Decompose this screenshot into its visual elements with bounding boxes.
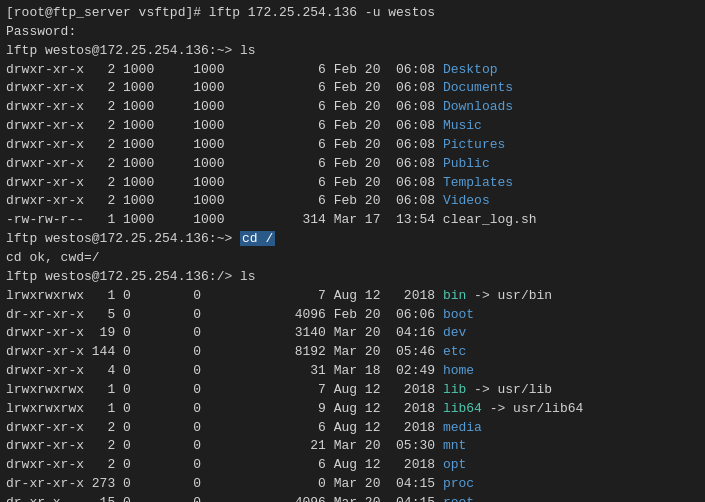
dir-desktop: drwxr-xr-x 2 1000 1000 6 Feb 20 06:08 De… — [6, 61, 699, 80]
link-lib64: lrwxrwxrwx 1 0 0 9 Aug 12 2018 lib64 -> … — [6, 400, 699, 419]
link-bin: lrwxrwxrwx 1 0 0 7 Aug 12 2018 bin -> us… — [6, 287, 699, 306]
dir-templates: drwxr-xr-x 2 1000 1000 6 Feb 20 06:08 Te… — [6, 174, 699, 193]
dir-proc: dr-xr-xr-x 273 0 0 0 Mar 20 04:15 proc — [6, 475, 699, 494]
terminal-window: [root@ftp_server vsftpd]# lftp 172.25.25… — [0, 0, 705, 502]
initial-command: [root@ftp_server vsftpd]# lftp 172.25.25… — [6, 4, 699, 23]
dir-documents: drwxr-xr-x 2 1000 1000 6 Feb 20 06:08 Do… — [6, 79, 699, 98]
ls-prompt-1: lftp westos@172.25.254.136:~> ls — [6, 42, 699, 61]
dir-videos: drwxr-xr-x 2 1000 1000 6 Feb 20 06:08 Vi… — [6, 192, 699, 211]
dir-downloads: drwxr-xr-x 2 1000 1000 6 Feb 20 06:08 Do… — [6, 98, 699, 117]
dir-dev: drwxr-xr-x 19 0 0 3140 Mar 20 04:16 dev — [6, 324, 699, 343]
dir-etc: drwxr-xr-x 144 0 0 8192 Mar 20 05:46 etc — [6, 343, 699, 362]
dir-boot: dr-xr-xr-x 5 0 0 4096 Feb 20 06:06 boot — [6, 306, 699, 325]
dir-mnt: drwxr-xr-x 2 0 0 21 Mar 20 05:30 mnt — [6, 437, 699, 456]
dir-root: dr-xr-x--- 15 0 0 4096 Mar 20 04:15 root — [6, 494, 699, 502]
password-prompt: Password: — [6, 23, 699, 42]
dir-pictures: drwxr-xr-x 2 1000 1000 6 Feb 20 06:08 Pi… — [6, 136, 699, 155]
cd-ok: cd ok, cwd=/ — [6, 249, 699, 268]
link-lib: lrwxrwxrwx 1 0 0 7 Aug 12 2018 lib -> us… — [6, 381, 699, 400]
cd-command-line: lftp westos@172.25.254.136:~> cd / — [6, 230, 699, 249]
dir-music: drwxr-xr-x 2 1000 1000 6 Feb 20 06:08 Mu… — [6, 117, 699, 136]
dir-opt: drwxr-xr-x 2 0 0 6 Aug 12 2018 opt — [6, 456, 699, 475]
dir-public: drwxr-xr-x 2 1000 1000 6 Feb 20 06:08 Pu… — [6, 155, 699, 174]
file-clearlog: -rw-rw-r-- 1 1000 1000 314 Mar 17 13:54 … — [6, 211, 699, 230]
dir-media: drwxr-xr-x 2 0 0 6 Aug 12 2018 media — [6, 419, 699, 438]
ls-prompt-2: lftp westos@172.25.254.136:/> ls — [6, 268, 699, 287]
dir-home: drwxr-xr-x 4 0 0 31 Mar 18 02:49 home — [6, 362, 699, 381]
